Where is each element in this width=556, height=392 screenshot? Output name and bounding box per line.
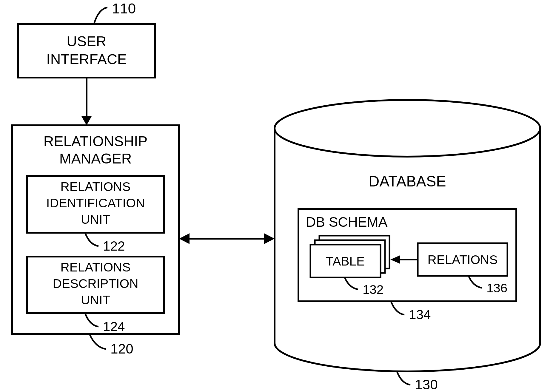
riu-ref: 122: [103, 239, 125, 253]
db-schema-ref: 134: [409, 307, 431, 322]
relations-identification-unit-node: RELATIONS IDENTIFICATION UNIT 122: [27, 176, 164, 253]
relationship-manager-node: RELATIONSHIP MANAGER RELATIONS IDENTIFIC…: [12, 125, 179, 356]
user-interface-label-line2: INTERFACE: [46, 51, 127, 67]
database-ref: 130: [415, 377, 438, 392]
svg-marker-8: [264, 233, 275, 244]
relationship-manager-ref: 120: [110, 341, 133, 356]
rdu-ref: 124: [103, 319, 125, 334]
user-interface-label-line1: USER: [67, 33, 106, 49]
table-label: TABLE: [326, 254, 365, 268]
svg-marker-7: [179, 233, 190, 244]
database-node: DATABASE DB SCHEMA TABLE 132: [275, 100, 540, 392]
relations-ref: 136: [486, 281, 507, 295]
riu-line1: RELATIONS: [61, 180, 131, 194]
relationship-manager-title-line2: MANAGER: [59, 151, 132, 166]
table-ref: 132: [363, 283, 383, 297]
rdu-line2: DESCRIPTION: [53, 277, 138, 291]
diagram-canvas: USER INTERFACE 110 RELATIONSHIP MANAGER …: [0, 0, 556, 392]
relations-label: RELATIONS: [428, 253, 498, 267]
relationship-manager-title-line1: RELATIONSHIP: [44, 133, 148, 149]
db-schema-node: DB SCHEMA TABLE 132 RELATIONS: [298, 209, 516, 322]
rdu-line3: UNIT: [81, 293, 110, 307]
rdu-line1: RELATIONS: [61, 260, 131, 274]
relations-description-unit-node: RELATIONS DESCRIPTION UNIT 124: [27, 257, 164, 334]
arrow-manager-database: [179, 233, 275, 244]
arrow-ui-to-manager: [81, 78, 92, 125]
riu-line2: IDENTIFICATION: [46, 196, 145, 210]
svg-marker-2: [81, 116, 92, 125]
svg-point-9: [275, 100, 540, 157]
database-title: DATABASE: [369, 173, 446, 190]
db-schema-title: DB SCHEMA: [306, 214, 388, 230]
riu-line3: UNIT: [81, 212, 110, 226]
svg-rect-0: [18, 24, 155, 78]
user-interface-node: USER INTERFACE 110: [18, 1, 155, 78]
user-interface-ref: 110: [112, 1, 136, 16]
